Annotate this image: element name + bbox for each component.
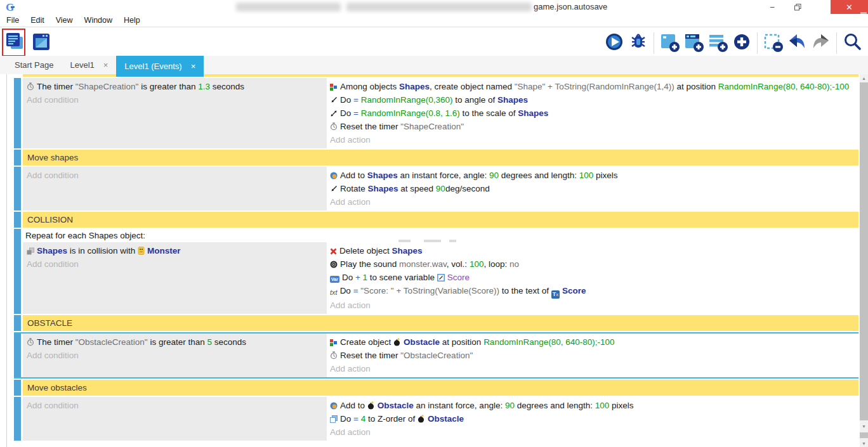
action-line[interactable]: txtDo = "Score: " + ToString(Variable(Sc… (330, 284, 852, 299)
events-editor-icon[interactable] (3, 29, 27, 55)
action-line[interactable]: Among objects Shapes, create object name… (330, 80, 852, 93)
timer-icon (27, 338, 34, 346)
menu-item-view[interactable]: View (50, 16, 79, 25)
action-line[interactable]: Delete object Shapes (330, 244, 852, 257)
scene-editor-icon[interactable] (29, 29, 53, 55)
text-segment: Shapes (497, 95, 528, 105)
action-line[interactable]: VarDo + 1 to scene variable Score (330, 271, 852, 284)
create-object-icon (330, 83, 338, 91)
action-line[interactable]: Reset the timer "ShapeCreation" (330, 120, 852, 133)
menu-item-help[interactable]: Help (118, 16, 146, 25)
add-other-event-icon[interactable] (730, 29, 754, 55)
tab-start-page[interactable]: Start Page (6, 56, 62, 74)
actions-column: Add to Shapes an instant force, angle: 9… (327, 167, 858, 211)
action-line[interactable]: Reset the timer "ObstacleCreation" (330, 349, 852, 362)
text-segment: to the text of (499, 286, 551, 295)
events-sheet: The timer "ShapeCreation" is greater tha… (0, 74, 868, 447)
tab-level1-events-[interactable]: Level1 (Events)× (116, 56, 204, 77)
scroll-down-icon[interactable]: ▼ (860, 422, 868, 431)
tab-level1[interactable]: Level1× (62, 56, 116, 74)
scroll-down-icon[interactable]: ▼ (860, 439, 868, 447)
add-action-link[interactable]: Add action (330, 133, 852, 146)
title-bar: G game.json.autosave – ✕ (0, 0, 868, 14)
comment-text[interactable]: OBSTACLE (23, 315, 858, 331)
add-condition-link[interactable]: Add condition (27, 399, 322, 412)
event-handle[interactable] (14, 167, 21, 211)
conditions-column: Add condition (23, 167, 327, 211)
redo-icon[interactable] (809, 29, 833, 55)
zorder-icon (330, 415, 338, 423)
text-segment: 90 (436, 184, 445, 193)
action-line[interactable]: Play the sound monster.wav, vol.: 100, l… (330, 257, 852, 271)
text-segment: Shapes (37, 246, 67, 256)
close-tab-icon[interactable]: × (103, 60, 109, 70)
event-handle[interactable] (14, 334, 21, 377)
add-subevent-icon[interactable] (681, 29, 706, 55)
action-line[interactable]: Add to Obstacle an instant force, angle:… (330, 399, 852, 412)
rotate-icon (330, 185, 338, 193)
add-condition-link[interactable]: Add condition (27, 349, 322, 362)
delete-event-icon[interactable] (761, 29, 785, 55)
add-action-link[interactable]: Add action (330, 362, 852, 375)
condition-line[interactable]: Shapes is in collision with Monster (27, 244, 322, 257)
action-line[interactable]: Rotate Shapes at speed 90deg/second (330, 182, 852, 195)
text-segment: to the scale of (460, 108, 518, 118)
comment-text[interactable]: Move obstacles (23, 380, 858, 396)
text-segment: to Z-order of (365, 414, 418, 424)
conditions-column: Shapes is in collision with MonsterAdd c… (23, 242, 327, 314)
scrollbar-thumb[interactable] (860, 432, 868, 438)
action-line[interactable]: Create object Obstacle at position Rando… (330, 335, 852, 349)
event-handle[interactable] (14, 229, 21, 314)
add-condition-link[interactable]: Add condition (27, 93, 322, 107)
scene-variable-icon (437, 274, 445, 282)
text-segment: Add to (340, 171, 367, 180)
window-title: game.json.autosave (534, 2, 607, 11)
close-tab-icon[interactable]: × (191, 62, 196, 71)
add-comment-icon[interactable] (706, 29, 730, 55)
add-condition-link[interactable]: Add condition (27, 169, 322, 182)
scrollbar-thumb[interactable] (860, 82, 868, 420)
add-event-icon[interactable] (657, 29, 681, 55)
add-action-link[interactable]: Add action (330, 299, 852, 312)
comment-text[interactable]: Move shapes (23, 150, 858, 165)
text-segment: 100 (595, 401, 610, 410)
add-condition-link[interactable]: Add condition (27, 257, 322, 271)
event-handle[interactable] (14, 315, 21, 331)
event-handle[interactable] (14, 397, 21, 441)
event-handle[interactable] (14, 150, 21, 165)
minimize-button[interactable]: – (760, 0, 785, 14)
debug-icon[interactable] (626, 29, 650, 55)
comment-text[interactable]: COLLISION (23, 212, 858, 228)
text-segment: Score (562, 286, 586, 295)
bomb-icon (418, 415, 425, 423)
condition-line[interactable]: The timer "ObstacleCreation" is greater … (27, 335, 322, 349)
text-segment: RandomInRange(0.8, 1.6) (361, 108, 460, 118)
text-segment: Shapes (368, 184, 398, 193)
action-line[interactable]: Do = RandomInRange(0.8, 1.6) to the scal… (330, 107, 852, 120)
event-handle[interactable] (14, 380, 21, 396)
text-segment: degrees and length: (499, 171, 579, 180)
text-segment: Shapes (367, 171, 398, 180)
menu-item-window[interactable]: Window (79, 16, 118, 25)
search-icon[interactable] (840, 29, 864, 55)
vertical-scrollbar[interactable]: ▲ ▼ ▼ (860, 74, 868, 447)
action-line[interactable]: Add to Shapes an instant force, angle: 9… (330, 169, 852, 182)
timer-icon (330, 122, 338, 131)
action-line[interactable]: Do = 4 to Z-order of Obstacle (330, 412, 852, 425)
text-segment: pixels (609, 401, 633, 410)
add-action-link[interactable]: Add action (330, 195, 852, 209)
menu-bar: FileEditViewWindowHelp (0, 14, 868, 27)
tab-label: Level1 (Events) (124, 62, 181, 71)
add-action-link[interactable]: Add action (330, 425, 852, 439)
play-icon[interactable] (602, 29, 626, 55)
event-handle[interactable] (14, 212, 21, 228)
scroll-up-icon[interactable]: ▲ (860, 74, 868, 82)
action-line[interactable]: Do = RandomInRange(0,360) to angle of Sh… (330, 93, 852, 107)
restore-button[interactable] (785, 0, 810, 14)
event-handle[interactable] (14, 78, 21, 148)
condition-line[interactable]: The timer "ShapeCreation" is greater tha… (27, 80, 322, 93)
menu-item-file[interactable]: File (6, 16, 25, 25)
menu-item-edit[interactable]: Edit (25, 16, 50, 25)
undo-icon[interactable] (785, 29, 809, 55)
text-segment: "ShapeCreation" (76, 82, 139, 91)
